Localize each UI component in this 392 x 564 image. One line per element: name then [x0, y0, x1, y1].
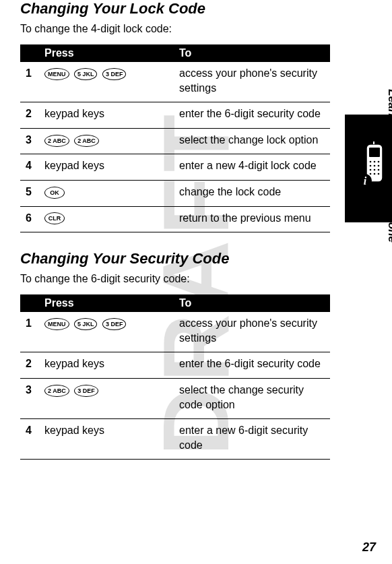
col-step: [20, 294, 39, 312]
key-5-icon: 5 JKL: [74, 318, 98, 330]
to-cell: access your phone's security settings: [174, 62, 330, 102]
section2-heading: Changing Your Security Code: [20, 250, 365, 268]
to-cell: enter a new 6-digit security code: [174, 419, 330, 460]
step-num: 3: [20, 378, 39, 418]
table-row: 5 OK change the lock code: [20, 180, 330, 206]
section2-intro: To change the 6-digit security code:: [20, 273, 365, 285]
key-menu-icon: MENU: [44, 68, 69, 80]
table-row: 4 keypad keys enter a new 4-digit lock c…: [20, 154, 330, 181]
step-num: 2: [20, 352, 39, 379]
step-num: 3: [20, 128, 39, 154]
col-press: Press: [39, 44, 174, 62]
key-3-icon: 3 DEF: [102, 68, 127, 80]
to-cell: enter the 6-digit security code: [174, 352, 330, 379]
col-to: To: [174, 294, 330, 312]
key-3-icon: 3 DEF: [74, 385, 98, 397]
press-cell: 2 ABC 3 DEF: [39, 378, 174, 418]
to-cell: enter a new 4-digit lock code: [174, 154, 330, 181]
to-cell: return to the previous menu: [174, 206, 330, 232]
key-2-icon: 2 ABC: [74, 135, 99, 147]
key-clr-icon: CLR: [44, 212, 65, 224]
press-cell: MENU 5 JKL 3 DEF: [39, 62, 174, 102]
step-num: 1: [20, 312, 39, 352]
press-cell: OK: [39, 180, 174, 206]
page-content: Changing Your Lock Code To change the 4-…: [0, 0, 392, 460]
step-num: 6: [20, 206, 39, 232]
key-5-icon: 5 JKL: [74, 68, 98, 80]
page-number: 27: [362, 540, 376, 555]
key-ok-icon: OK: [44, 187, 65, 199]
table-row: 3 2 ABC 2 ABC select the change lock opt…: [20, 128, 330, 154]
table-row: 1 MENU 5 JKL 3 DEF access your phone's s…: [20, 62, 330, 102]
to-cell: access your phone's security settings: [174, 312, 330, 352]
table-row: 1 MENU 5 JKL 3 DEF access your phone's s…: [20, 312, 330, 352]
col-step: [20, 44, 39, 62]
to-cell: enter the 6-digit security code: [174, 102, 330, 129]
step-num: 4: [20, 419, 39, 460]
press-cell: MENU 5 JKL 3 DEF: [39, 312, 174, 352]
press-cell: keypad keys: [39, 419, 174, 460]
step-num: 1: [20, 62, 39, 102]
section1-intro: To change the 4-digit lock code:: [20, 23, 365, 35]
table-row: 2 keypad keys enter the 6-digit security…: [20, 102, 330, 129]
col-to: To: [174, 44, 330, 62]
press-cell: keypad keys: [39, 352, 174, 379]
to-cell: select the change security code option: [174, 378, 330, 418]
table-row: 4 keypad keys enter a new 6-digit securi…: [20, 419, 330, 460]
security-code-table: Press To 1 MENU 5 JKL 3 DEF access your …: [20, 294, 330, 460]
press-cell: CLR: [39, 206, 174, 232]
to-cell: change the lock code: [174, 180, 330, 206]
key-2-icon: 2 ABC: [44, 135, 69, 147]
key-menu-icon: MENU: [44, 318, 69, 330]
to-cell: select the change lock option: [174, 128, 330, 154]
step-num: 2: [20, 102, 39, 129]
press-cell: 2 ABC 2 ABC: [39, 128, 174, 154]
col-press: Press: [39, 294, 174, 312]
key-2-icon: 2 ABC: [44, 385, 69, 397]
press-cell: keypad keys: [39, 102, 174, 129]
table-row: 2 keypad keys enter the 6-digit security…: [20, 352, 330, 379]
table-row: 6 CLR return to the previous menu: [20, 206, 330, 232]
key-3-icon: 3 DEF: [102, 318, 127, 330]
press-cell: keypad keys: [39, 154, 174, 181]
lock-code-table: Press To 1 MENU 5 JKL 3 DEF access your …: [20, 44, 330, 232]
section1-heading: Changing Your Lock Code: [20, 0, 365, 18]
table-row: 3 2 ABC 3 DEF select the change security…: [20, 378, 330, 418]
step-num: 5: [20, 180, 39, 206]
step-num: 4: [20, 154, 39, 181]
